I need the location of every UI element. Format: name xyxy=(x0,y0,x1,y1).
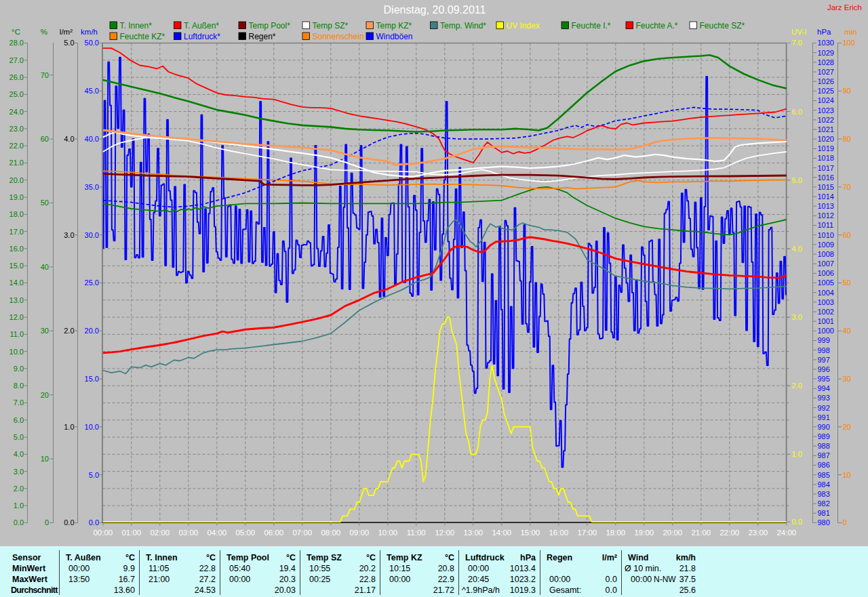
svg-text:1003: 1003 xyxy=(818,298,834,306)
svg-text:4.0: 4.0 xyxy=(792,245,802,253)
svg-text:18:00: 18:00 xyxy=(606,529,625,537)
svg-text:5.0: 5.0 xyxy=(64,39,74,47)
svg-text:17.0: 17.0 xyxy=(9,228,24,236)
svg-text:08:00: 08:00 xyxy=(321,529,340,537)
svg-text:1026: 1026 xyxy=(818,77,834,85)
svg-text:0: 0 xyxy=(843,518,847,527)
svg-text:15.0: 15.0 xyxy=(9,262,24,270)
svg-text:0: 0 xyxy=(45,518,49,527)
svg-text:Windböen: Windböen xyxy=(376,32,413,41)
svg-text:2.0: 2.0 xyxy=(14,485,24,493)
svg-text:0.0: 0.0 xyxy=(792,518,802,526)
svg-text:1030: 1030 xyxy=(818,39,834,47)
svg-text:10.0: 10.0 xyxy=(9,348,24,356)
svg-text:993: 993 xyxy=(818,394,830,402)
svg-text:60: 60 xyxy=(41,135,49,143)
svg-text:06:00: 06:00 xyxy=(264,529,283,537)
svg-text:986: 986 xyxy=(818,461,830,469)
svg-text:T. Innen*: T. Innen* xyxy=(120,21,153,30)
svg-text:988: 988 xyxy=(818,442,830,450)
svg-text:Feuchte SZ*: Feuchte SZ* xyxy=(700,21,745,30)
svg-text:01:00: 01:00 xyxy=(121,529,141,537)
svg-text:17:00: 17:00 xyxy=(577,529,597,537)
svg-text:983: 983 xyxy=(818,490,830,498)
svg-text:21:00: 21:00 xyxy=(691,529,711,537)
svg-text:7.0: 7.0 xyxy=(792,39,802,47)
svg-text:24.0: 24.0 xyxy=(9,108,24,116)
svg-text:19:00: 19:00 xyxy=(634,529,654,537)
svg-text:5.0: 5.0 xyxy=(89,471,99,479)
svg-text:70: 70 xyxy=(41,71,49,79)
svg-text:02:00: 02:00 xyxy=(150,529,170,537)
svg-text:km/h: km/h xyxy=(81,28,98,36)
svg-text:11:00: 11:00 xyxy=(407,529,426,537)
svg-text:14.0: 14.0 xyxy=(9,279,24,287)
svg-text:22:00: 22:00 xyxy=(719,529,739,537)
svg-text:985: 985 xyxy=(818,471,830,479)
svg-text:0.0: 0.0 xyxy=(64,518,74,527)
svg-text:Dienstag, 20.09.2011: Dienstag, 20.09.2011 xyxy=(384,4,486,16)
svg-text:1028: 1028 xyxy=(818,58,834,66)
svg-text:9.0: 9.0 xyxy=(14,365,24,373)
svg-text:1025: 1025 xyxy=(818,87,834,95)
svg-text:50: 50 xyxy=(41,199,49,207)
svg-text:3.0: 3.0 xyxy=(64,231,74,239)
svg-text:70: 70 xyxy=(843,183,851,191)
svg-text:981: 981 xyxy=(818,509,830,517)
svg-text:998: 998 xyxy=(818,346,830,354)
svg-text:04:00: 04:00 xyxy=(207,529,226,537)
svg-text:30.0: 30.0 xyxy=(85,231,99,239)
svg-text:996: 996 xyxy=(818,365,830,373)
svg-text:1016: 1016 xyxy=(818,173,834,182)
svg-text:40: 40 xyxy=(843,327,851,335)
svg-text:5.0: 5.0 xyxy=(14,433,24,441)
svg-text:991: 991 xyxy=(818,413,830,421)
svg-text:03:00: 03:00 xyxy=(178,529,198,537)
svg-text:35.0: 35.0 xyxy=(85,183,99,191)
svg-text:1012: 1012 xyxy=(818,211,834,220)
svg-text:100: 100 xyxy=(843,39,855,47)
svg-text:11.0: 11.0 xyxy=(9,330,24,338)
svg-text:Jarz Erich: Jarz Erich xyxy=(827,3,862,12)
svg-text:30: 30 xyxy=(843,375,851,383)
svg-text:22.0: 22.0 xyxy=(9,142,24,150)
svg-text:13:00: 13:00 xyxy=(463,529,483,537)
svg-text:90: 90 xyxy=(843,87,851,95)
svg-text:Regen*: Regen* xyxy=(249,32,276,41)
svg-text:12:00: 12:00 xyxy=(435,529,454,537)
svg-text:UV-I: UV-I xyxy=(791,28,806,36)
svg-text:30: 30 xyxy=(41,327,49,335)
svg-text:05:00: 05:00 xyxy=(235,529,255,537)
svg-text:%: % xyxy=(41,28,47,36)
svg-text:4.0: 4.0 xyxy=(64,135,74,143)
svg-text:2.0: 2.0 xyxy=(792,382,802,390)
svg-text:0.0: 0.0 xyxy=(89,518,99,527)
svg-text:20.0: 20.0 xyxy=(85,327,99,335)
svg-text:1022: 1022 xyxy=(818,116,834,124)
svg-text:10.0: 10.0 xyxy=(85,423,99,431)
svg-text:989: 989 xyxy=(818,432,830,440)
svg-text:min: min xyxy=(844,28,857,36)
svg-text:45.0: 45.0 xyxy=(85,87,99,95)
svg-text:1006: 1006 xyxy=(818,269,834,277)
svg-text:18.0: 18.0 xyxy=(9,210,24,218)
svg-text:20: 20 xyxy=(41,391,49,399)
svg-text:10: 10 xyxy=(41,455,49,463)
svg-text:997: 997 xyxy=(818,356,830,364)
svg-text:l/m²: l/m² xyxy=(60,28,73,36)
svg-text:980: 980 xyxy=(818,518,830,527)
svg-text:40: 40 xyxy=(41,263,49,271)
svg-text:hPa: hPa xyxy=(817,28,831,36)
svg-text:07:00: 07:00 xyxy=(292,529,312,537)
svg-text:Feuchte I.*: Feuchte I.* xyxy=(572,21,611,30)
svg-text:12.0: 12.0 xyxy=(9,313,24,321)
svg-text:50: 50 xyxy=(843,279,851,287)
svg-text:16:00: 16:00 xyxy=(549,529,568,537)
svg-text:09:00: 09:00 xyxy=(349,529,369,537)
svg-text:1029: 1029 xyxy=(818,49,834,57)
svg-text:25.0: 25.0 xyxy=(85,279,99,287)
svg-text:23:00: 23:00 xyxy=(748,529,768,537)
svg-text:0.0: 0.0 xyxy=(14,518,24,527)
svg-text:40.0: 40.0 xyxy=(85,135,99,143)
svg-text:°C: °C xyxy=(12,28,20,36)
